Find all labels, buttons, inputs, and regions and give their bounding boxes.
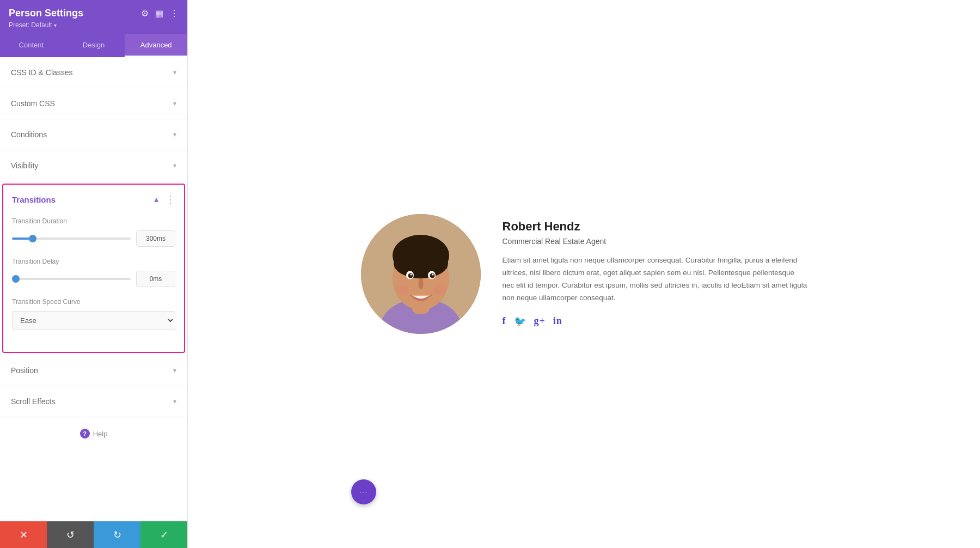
section-scroll-effects-header[interactable]: Scroll Effects ▾ bbox=[0, 386, 187, 417]
transition-duration-label: Transition Duration bbox=[12, 217, 175, 225]
section-css-id-header[interactable]: CSS ID & Classes ▾ bbox=[0, 57, 187, 88]
section-scroll-effects: Scroll Effects ▾ bbox=[0, 386, 187, 417]
section-position: Position ▾ bbox=[0, 355, 187, 386]
transitions-header[interactable]: Transitions ▲ ⋮ bbox=[3, 185, 184, 213]
tab-advanced[interactable]: Advanced bbox=[125, 34, 187, 57]
tab-design[interactable]: Design bbox=[63, 34, 125, 57]
transition-duration-row: 300ms bbox=[12, 230, 175, 247]
more-icon[interactable]: ⋮ bbox=[170, 8, 179, 19]
avatar bbox=[361, 214, 481, 334]
chevron-down-icon-4: ▾ bbox=[173, 162, 176, 169]
section-conditions: Conditions ▾ bbox=[0, 119, 187, 150]
transitions-section: Transitions ▲ ⋮ Transition Duration 300m… bbox=[2, 184, 185, 353]
transition-speed-field: Transition Speed Curve Ease Linear Ease … bbox=[12, 298, 175, 330]
section-conditions-header[interactable]: Conditions ▾ bbox=[0, 119, 187, 150]
help-icon: ? bbox=[80, 429, 90, 439]
transition-delay-slider[interactable] bbox=[12, 278, 131, 280]
section-visibility-header[interactable]: Visibility ▾ bbox=[0, 150, 187, 181]
transition-delay-row: 0ms bbox=[12, 271, 175, 287]
sidebar-bottom: ✕ ↺ ↻ ✓ bbox=[0, 521, 187, 548]
undo-button[interactable]: ↺ bbox=[47, 521, 94, 548]
transition-delay-field: Transition Delay 0ms bbox=[12, 258, 175, 287]
twitter-icon[interactable]: 🐦 bbox=[514, 315, 526, 327]
svg-point-12 bbox=[432, 274, 433, 276]
svg-point-14 bbox=[433, 285, 446, 294]
sidebar-content: CSS ID & Classes ▾ Custom CSS ▾ Conditio… bbox=[0, 57, 187, 521]
sidebar-header: Person Settings ⚙ ▦ ⋮ Preset: Default ▾ bbox=[0, 0, 187, 34]
preset-arrow: ▾ bbox=[54, 22, 57, 28]
columns-icon[interactable]: ▦ bbox=[155, 8, 163, 19]
chevron-down-icon-3: ▾ bbox=[173, 131, 176, 138]
help-section: ? Help bbox=[0, 417, 187, 449]
person-bio: Etiam sit amet ligula non neque ullamcor… bbox=[503, 254, 807, 305]
svg-point-13 bbox=[396, 285, 409, 294]
redo-button[interactable]: ↻ bbox=[94, 521, 140, 548]
section-custom-css-header[interactable]: Custom CSS ▾ bbox=[0, 88, 187, 119]
transition-speed-select[interactable]: Ease Linear Ease In Ease Out Ease In Out bbox=[12, 311, 175, 330]
main-content: Robert Hendz Commercial Real Estate Agen… bbox=[188, 0, 980, 548]
chevron-down-icon: ▾ bbox=[173, 69, 176, 76]
social-icons: f 🐦 g+ in bbox=[503, 315, 807, 327]
transition-delay-value[interactable]: 0ms bbox=[136, 271, 175, 287]
sidebar: Person Settings ⚙ ▦ ⋮ Preset: Default ▾ … bbox=[0, 0, 188, 548]
avatar-svg bbox=[361, 214, 481, 334]
section-position-title: Position bbox=[11, 366, 38, 375]
transition-duration-value[interactable]: 300ms bbox=[136, 230, 175, 247]
section-visibility: Visibility ▾ bbox=[0, 150, 187, 181]
transitions-content: Transition Duration 300ms Transition Del… bbox=[3, 213, 184, 352]
person-job-title: Commercial Real Estate Agent bbox=[503, 237, 807, 246]
section-custom-css: Custom CSS ▾ bbox=[0, 88, 187, 119]
transition-delay-slider-wrapper bbox=[12, 278, 131, 280]
save-button[interactable]: ✓ bbox=[140, 521, 187, 548]
section-position-header[interactable]: Position ▾ bbox=[0, 355, 187, 386]
section-css-id: CSS ID & Classes ▾ bbox=[0, 57, 187, 88]
linkedin-icon[interactable]: in bbox=[553, 315, 562, 327]
floating-action-button[interactable]: ··· bbox=[351, 479, 376, 504]
section-css-id-title: CSS ID & Classes bbox=[11, 68, 73, 77]
tab-content[interactable]: Content bbox=[0, 34, 63, 57]
transitions-title: Transitions bbox=[12, 195, 56, 204]
sidebar-header-top: Person Settings ⚙ ▦ ⋮ bbox=[9, 8, 179, 19]
transition-duration-slider-wrapper bbox=[12, 238, 131, 240]
sidebar-header-icons: ⚙ ▦ ⋮ bbox=[141, 8, 179, 19]
section-custom-css-title: Custom CSS bbox=[11, 99, 55, 108]
facebook-icon[interactable]: f bbox=[503, 315, 506, 327]
preset-label[interactable]: Preset: Default ▾ bbox=[9, 21, 179, 29]
chevron-down-icon-2: ▾ bbox=[173, 100, 176, 107]
settings-icon[interactable]: ⚙ bbox=[141, 8, 149, 19]
section-visibility-title: Visibility bbox=[11, 161, 38, 170]
more-options-icon[interactable]: ⋮ bbox=[166, 193, 175, 205]
transition-duration-field: Transition Duration 300ms bbox=[12, 217, 175, 247]
sidebar-title: Person Settings bbox=[9, 8, 83, 19]
help-label: Help bbox=[93, 430, 108, 438]
svg-point-9 bbox=[408, 273, 413, 278]
chevron-down-icon-5: ▾ bbox=[173, 367, 176, 374]
chevron-down-icon-6: ▾ bbox=[173, 398, 176, 405]
sidebar-tabs: Content Design Advanced bbox=[0, 34, 187, 57]
transition-speed-label: Transition Speed Curve bbox=[12, 298, 175, 306]
google-plus-icon[interactable]: g+ bbox=[534, 315, 546, 327]
person-name: Robert Hendz bbox=[503, 220, 807, 234]
transitions-header-icons: ▲ ⋮ bbox=[152, 193, 175, 205]
person-card: Robert Hendz Commercial Real Estate Agen… bbox=[361, 214, 807, 334]
section-conditions-title: Conditions bbox=[11, 130, 47, 139]
fab-dots-icon: ··· bbox=[359, 489, 368, 495]
help-button[interactable]: ? Help bbox=[80, 429, 108, 439]
transition-delay-label: Transition Delay bbox=[12, 258, 175, 265]
cancel-button[interactable]: ✕ bbox=[0, 521, 47, 548]
section-scroll-effects-title: Scroll Effects bbox=[11, 397, 55, 406]
svg-point-10 bbox=[430, 273, 434, 278]
transition-duration-slider[interactable] bbox=[12, 238, 131, 240]
person-info: Robert Hendz Commercial Real Estate Agen… bbox=[503, 214, 807, 327]
svg-point-11 bbox=[410, 274, 412, 276]
collapse-icon[interactable]: ▲ bbox=[152, 195, 160, 204]
